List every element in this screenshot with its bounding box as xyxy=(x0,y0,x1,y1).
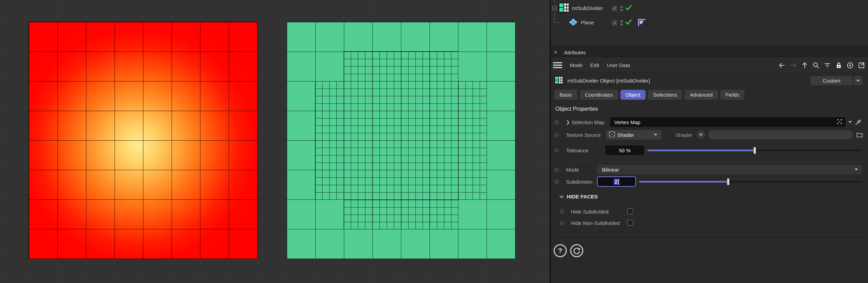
menu-edit[interactable]: Edit xyxy=(590,62,599,68)
keyframe-diamond-icon[interactable] xyxy=(560,221,564,225)
tab-object[interactable]: Object xyxy=(620,90,646,100)
divider xyxy=(555,235,864,235)
menu-user-data[interactable]: User Data xyxy=(607,62,630,68)
subdivided-cell xyxy=(401,200,430,229)
refresh-icon[interactable] xyxy=(570,244,583,257)
tolerance-slider[interactable] xyxy=(647,150,862,151)
property-label: Mode xyxy=(566,167,579,173)
chevron-down-icon[interactable] xyxy=(848,121,852,123)
open-external-icon[interactable] xyxy=(858,62,865,69)
preset-dropdown-arrow[interactable] xyxy=(854,76,862,85)
menu-mode[interactable]: Mode xyxy=(570,62,583,68)
subdivided-cell xyxy=(372,170,401,199)
panel-title: Attributes xyxy=(564,50,586,55)
object-header: mtSubDivider Object [mtSubDivider] Custo… xyxy=(551,73,868,88)
lock-icon[interactable] xyxy=(835,62,843,69)
shader-dropdown-button[interactable] xyxy=(697,131,705,139)
chevron-down-icon xyxy=(856,80,860,82)
subdivision-value: 2 xyxy=(614,179,618,185)
keyframe-diamond-icon[interactable] xyxy=(554,148,559,153)
search-icon[interactable] xyxy=(812,62,820,69)
keyframe-diamond-icon[interactable] xyxy=(554,133,559,137)
chevron-down-icon xyxy=(654,134,657,136)
object-name[interactable]: mtSubDivider xyxy=(572,5,603,11)
back-arrow-icon[interactable] xyxy=(778,62,786,69)
object-name[interactable]: Plane xyxy=(581,20,594,25)
subdivided-plane[interactable] xyxy=(286,22,515,259)
subdivided-cell xyxy=(372,111,401,140)
tab-advanced[interactable]: Advanced xyxy=(684,90,718,100)
subdivided-cell xyxy=(344,140,372,170)
enabled-check-icon[interactable] xyxy=(625,19,632,26)
filter-icon[interactable] xyxy=(824,62,831,69)
subdivided-cell xyxy=(458,111,487,140)
vertex-weight-plane[interactable] xyxy=(29,22,258,259)
selection-map-field[interactable]: Vertex Map xyxy=(610,117,846,127)
tab-coordinates[interactable]: Coordinates xyxy=(580,90,618,100)
pick-target-icon[interactable] xyxy=(837,119,842,125)
object-row-plane[interactable]: Plane xyxy=(551,17,594,28)
tolerance-value: 50 % xyxy=(619,148,630,153)
subdivided-cell xyxy=(401,51,430,81)
application-window: mtSubDivider xyxy=(0,0,868,283)
shader-label: Shader xyxy=(676,132,692,138)
vertex-plane-wireframe xyxy=(29,22,258,259)
eyedropper-icon[interactable] xyxy=(855,119,862,127)
close-icon[interactable]: ✕ xyxy=(554,50,560,55)
slider-handle[interactable] xyxy=(727,178,730,185)
slider-fill xyxy=(639,181,728,183)
hide-faces-group-header[interactable]: HIDE FACES xyxy=(559,194,598,199)
hamburger-menu-icon[interactable] xyxy=(553,62,562,68)
keyframe-diamond-icon[interactable] xyxy=(554,179,559,184)
vertex-map-tag[interactable] xyxy=(637,18,646,28)
texture-source-dropdown[interactable]: Shader xyxy=(606,130,661,140)
shader-dice-icon xyxy=(609,131,615,138)
keyframe-diamond-icon[interactable] xyxy=(554,120,559,124)
chevron-right-icon[interactable]: ❯ xyxy=(566,120,570,125)
chevron-down-icon xyxy=(559,195,564,198)
tab-selections[interactable]: Selections xyxy=(648,90,682,100)
keyframe-diamond-icon[interactable] xyxy=(560,209,564,214)
enabled-check-icon[interactable] xyxy=(625,5,632,12)
viewport[interactable] xyxy=(0,0,550,283)
row-tolerance: Tolerance 50 % xyxy=(551,145,868,155)
divider xyxy=(555,161,864,162)
subdivided-cell xyxy=(344,81,372,111)
help-icon[interactable]: ? xyxy=(554,244,567,257)
edit-state-icon[interactable] xyxy=(611,6,617,11)
subdivided-cell xyxy=(430,170,458,199)
preset-dropdown[interactable]: Custom xyxy=(811,76,853,85)
slider-handle[interactable] xyxy=(753,147,756,154)
subdivided-cell xyxy=(315,111,344,140)
mode-dropdown[interactable]: Bilinear xyxy=(597,165,862,174)
tab-fields[interactable]: Fields xyxy=(720,90,744,100)
subdivided-cell xyxy=(401,140,430,170)
object-row-controls xyxy=(611,5,632,12)
object-row-mtsubdivider[interactable]: mtSubDivider xyxy=(551,3,603,13)
hide-subdivided-checkbox[interactable] xyxy=(627,208,633,214)
tab-basic[interactable]: Basic xyxy=(554,90,577,100)
tolerance-input[interactable]: 50 % xyxy=(605,145,644,155)
edit-state-icon[interactable] xyxy=(611,20,617,26)
property-label: Hide Subdivided xyxy=(571,209,608,215)
subdivided-cell xyxy=(344,200,372,229)
hide-non-subdivided-checkbox[interactable] xyxy=(627,220,633,226)
subdivision-slider[interactable] xyxy=(639,181,862,183)
object-title: mtSubDivider Object [mtSubDivider] xyxy=(567,78,650,84)
shader-link-field[interactable] xyxy=(708,130,853,139)
row-hide-non-subdivided: Hide Non-Subdivided xyxy=(551,218,868,228)
forward-arrow-icon[interactable] xyxy=(789,62,797,69)
up-arrow-icon[interactable] xyxy=(801,62,808,69)
subdivided-cell xyxy=(315,140,344,170)
property-label: Tolerance xyxy=(566,148,588,153)
subdivided-cell xyxy=(458,81,487,111)
visibility-dots-icon[interactable] xyxy=(620,20,623,25)
subdivided-cell xyxy=(315,170,344,199)
menu-icon-group xyxy=(778,57,865,73)
folder-icon[interactable] xyxy=(856,131,863,139)
visibility-dots-icon[interactable] xyxy=(620,6,623,11)
section-title: Object Properties xyxy=(555,106,598,112)
subdivision-input[interactable]: 2 xyxy=(597,176,636,187)
keyframe-diamond-icon[interactable] xyxy=(554,167,559,172)
record-icon[interactable] xyxy=(846,62,854,69)
